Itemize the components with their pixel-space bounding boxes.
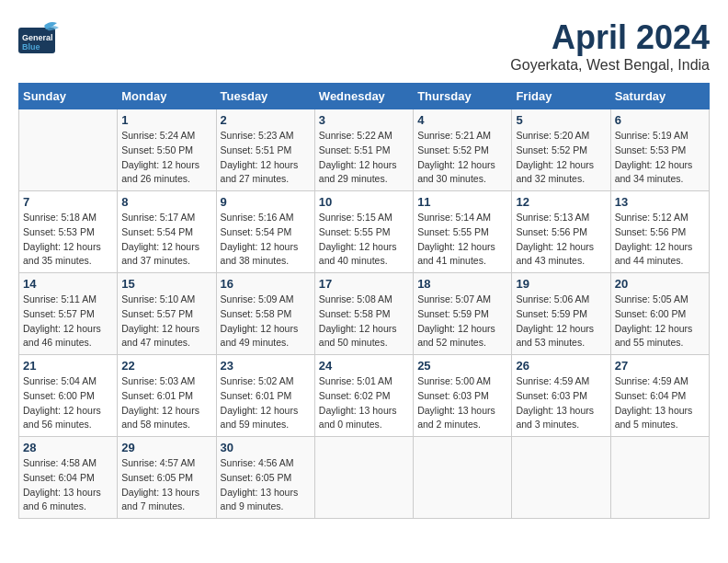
day-cell: 28Sunrise: 4:58 AMSunset: 6:04 PMDayligh…	[19, 437, 118, 519]
day-info: Sunrise: 5:21 AMSunset: 5:52 PMDaylight:…	[417, 129, 507, 187]
day-cell: 17Sunrise: 5:08 AMSunset: 5:58 PMDayligh…	[314, 273, 413, 355]
day-cell: 19Sunrise: 5:06 AMSunset: 5:59 PMDayligh…	[512, 273, 610, 355]
col-friday: Friday	[512, 84, 610, 109]
logo: General Blue	[18, 18, 59, 55]
day-info: Sunrise: 5:17 AMSunset: 5:54 PMDaylight:…	[121, 211, 211, 269]
day-number: 9	[221, 195, 311, 209]
day-cell: 23Sunrise: 5:02 AMSunset: 6:01 PMDayligh…	[216, 355, 314, 437]
day-number: 5	[516, 113, 606, 127]
day-info: Sunrise: 5:10 AMSunset: 5:57 PMDaylight:…	[121, 293, 211, 350]
day-number: 11	[417, 195, 507, 209]
header-row: Sunday Monday Tuesday Wednesday Thursday…	[19, 84, 710, 109]
day-cell: 3Sunrise: 5:22 AMSunset: 5:51 PMDaylight…	[314, 109, 413, 191]
day-number: 27	[615, 359, 705, 373]
day-number: 28	[23, 441, 113, 454]
svg-text:Blue: Blue	[22, 42, 40, 52]
day-info: Sunrise: 5:03 AMSunset: 6:01 PMDaylight:…	[121, 374, 211, 432]
day-number: 23	[221, 359, 311, 373]
day-info: Sunrise: 5:18 AMSunset: 5:53 PMDaylight:…	[23, 211, 113, 269]
day-info: Sunrise: 5:01 AMSunset: 6:02 PMDaylight:…	[319, 374, 409, 432]
day-info: Sunrise: 5:02 AMSunset: 6:01 PMDaylight:…	[221, 374, 311, 432]
calendar-table: Sunday Monday Tuesday Wednesday Thursday…	[18, 83, 710, 519]
day-cell: 10Sunrise: 5:15 AMSunset: 5:55 PMDayligh…	[314, 191, 413, 273]
day-cell: 22Sunrise: 5:03 AMSunset: 6:01 PMDayligh…	[118, 355, 216, 437]
day-number: 10	[319, 195, 409, 209]
day-cell: 16Sunrise: 5:09 AMSunset: 5:58 PMDayligh…	[216, 273, 314, 355]
day-info: Sunrise: 5:09 AMSunset: 5:58 PMDaylight:…	[221, 293, 311, 350]
day-info: Sunrise: 5:22 AMSunset: 5:51 PMDaylight:…	[319, 129, 409, 187]
col-wednesday: Wednesday	[314, 84, 413, 109]
day-number: 30	[221, 441, 311, 454]
day-number: 7	[23, 195, 113, 209]
day-info: Sunrise: 4:56 AMSunset: 6:05 PMDaylight:…	[221, 456, 311, 514]
logo-icon: General Blue	[18, 18, 59, 55]
day-cell: 8Sunrise: 5:17 AMSunset: 5:54 PMDaylight…	[118, 191, 216, 273]
day-number: 19	[516, 277, 606, 291]
day-info: Sunrise: 5:05 AMSunset: 6:00 PMDaylight:…	[615, 293, 705, 350]
day-info: Sunrise: 5:19 AMSunset: 5:53 PMDaylight:…	[615, 129, 705, 187]
week-row-3: 14Sunrise: 5:11 AMSunset: 5:57 PMDayligh…	[19, 273, 710, 355]
day-number: 4	[417, 113, 507, 127]
day-cell: 7Sunrise: 5:18 AMSunset: 5:53 PMDaylight…	[19, 191, 118, 273]
day-info: Sunrise: 5:15 AMSunset: 5:55 PMDaylight:…	[319, 211, 409, 269]
day-info: Sunrise: 4:59 AMSunset: 6:04 PMDaylight:…	[615, 374, 705, 432]
day-cell: 6Sunrise: 5:19 AMSunset: 5:53 PMDaylight…	[610, 109, 709, 191]
day-number: 13	[615, 195, 705, 209]
day-number: 17	[319, 277, 409, 291]
day-number: 8	[121, 195, 211, 209]
day-info: Sunrise: 5:00 AMSunset: 6:03 PMDaylight:…	[417, 374, 507, 432]
day-cell	[314, 437, 413, 519]
day-number: 15	[121, 277, 211, 291]
day-number: 12	[516, 195, 606, 209]
day-number: 16	[221, 277, 311, 291]
day-cell: 15Sunrise: 5:10 AMSunset: 5:57 PMDayligh…	[118, 273, 216, 355]
day-cell: 5Sunrise: 5:20 AMSunset: 5:52 PMDaylight…	[512, 109, 610, 191]
col-saturday: Saturday	[610, 84, 709, 109]
day-info: Sunrise: 5:08 AMSunset: 5:58 PMDaylight:…	[319, 293, 409, 350]
day-cell	[610, 437, 709, 519]
day-number: 20	[615, 277, 705, 291]
title-block: April 2024 Goyerkata, West Bengal, India	[510, 18, 710, 74]
day-info: Sunrise: 5:20 AMSunset: 5:52 PMDaylight:…	[516, 129, 606, 187]
day-number: 1	[121, 113, 211, 127]
col-monday: Monday	[118, 84, 216, 109]
month-title: April 2024	[510, 18, 710, 57]
day-number: 26	[516, 359, 606, 373]
col-tuesday: Tuesday	[216, 84, 314, 109]
day-info: Sunrise: 5:16 AMSunset: 5:54 PMDaylight:…	[221, 211, 311, 269]
day-cell	[512, 437, 610, 519]
day-number: 29	[121, 441, 211, 454]
day-number: 14	[23, 277, 113, 291]
day-info: Sunrise: 5:12 AMSunset: 5:56 PMDaylight:…	[615, 211, 705, 269]
day-cell: 26Sunrise: 4:59 AMSunset: 6:03 PMDayligh…	[512, 355, 610, 437]
week-row-4: 21Sunrise: 5:04 AMSunset: 6:00 PMDayligh…	[19, 355, 710, 437]
day-number: 18	[417, 277, 507, 291]
day-cell	[19, 109, 118, 191]
calendar-body: 1Sunrise: 5:24 AMSunset: 5:50 PMDaylight…	[19, 109, 710, 519]
day-info: Sunrise: 5:11 AMSunset: 5:57 PMDaylight:…	[23, 293, 113, 350]
week-row-2: 7Sunrise: 5:18 AMSunset: 5:53 PMDaylight…	[19, 191, 710, 273]
week-row-5: 28Sunrise: 4:58 AMSunset: 6:04 PMDayligh…	[19, 437, 710, 519]
day-cell: 2Sunrise: 5:23 AMSunset: 5:51 PMDaylight…	[216, 109, 314, 191]
day-cell: 1Sunrise: 5:24 AMSunset: 5:50 PMDaylight…	[118, 109, 216, 191]
week-row-1: 1Sunrise: 5:24 AMSunset: 5:50 PMDaylight…	[19, 109, 710, 191]
day-number: 2	[221, 113, 311, 127]
day-cell: 11Sunrise: 5:14 AMSunset: 5:55 PMDayligh…	[414, 191, 512, 273]
day-cell: 27Sunrise: 4:59 AMSunset: 6:04 PMDayligh…	[610, 355, 709, 437]
day-cell: 12Sunrise: 5:13 AMSunset: 5:56 PMDayligh…	[512, 191, 610, 273]
day-cell: 25Sunrise: 5:00 AMSunset: 6:03 PMDayligh…	[414, 355, 512, 437]
day-number: 24	[319, 359, 409, 373]
day-number: 25	[417, 359, 507, 373]
day-cell: 24Sunrise: 5:01 AMSunset: 6:02 PMDayligh…	[314, 355, 413, 437]
day-number: 3	[319, 113, 409, 127]
location-title: Goyerkata, West Bengal, India	[510, 57, 710, 74]
page-header: General Blue April 2024 Goyerkata, West …	[18, 18, 710, 74]
day-cell: 18Sunrise: 5:07 AMSunset: 5:59 PMDayligh…	[414, 273, 512, 355]
day-cell	[414, 437, 512, 519]
day-number: 6	[615, 113, 705, 127]
day-info: Sunrise: 5:13 AMSunset: 5:56 PMDaylight:…	[516, 211, 606, 269]
day-info: Sunrise: 4:59 AMSunset: 6:03 PMDaylight:…	[516, 374, 606, 432]
day-info: Sunrise: 5:24 AMSunset: 5:50 PMDaylight:…	[121, 129, 211, 187]
svg-text:General: General	[22, 33, 53, 42]
day-info: Sunrise: 5:23 AMSunset: 5:51 PMDaylight:…	[221, 129, 311, 187]
